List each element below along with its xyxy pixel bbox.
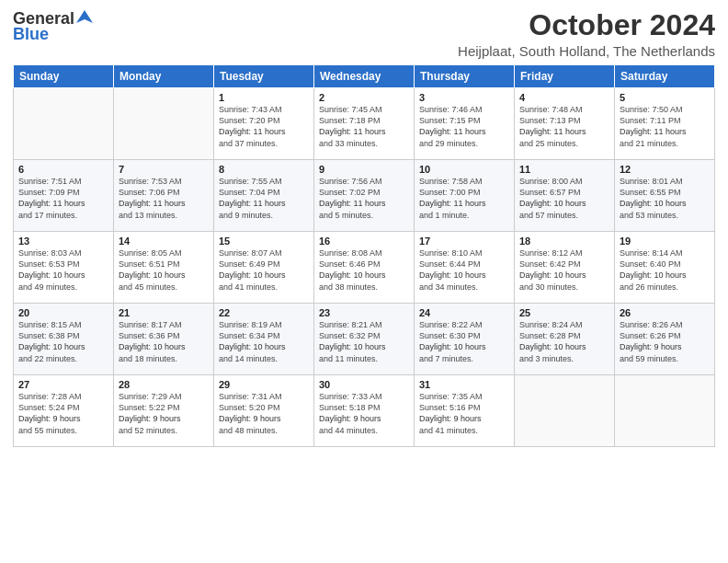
cell-content: Sunrise: 8:10 AMSunset: 6:44 PMDaylight:… (419, 247, 509, 293)
table-row (515, 375, 615, 447)
cell-content: Sunrise: 7:55 AMSunset: 7:04 PMDaylight:… (219, 176, 309, 221)
title-section: October 2024 Heijplaat, South Holland, T… (458, 9, 715, 59)
day-number: 7 (119, 164, 209, 175)
table-row: 7Sunrise: 7:53 AMSunset: 7:06 PMDaylight… (114, 160, 214, 232)
logo: General Blue (13, 9, 93, 44)
cell-content: Sunrise: 7:50 AMSunset: 7:11 PMDaylight:… (620, 104, 710, 149)
table-row: 9Sunrise: 7:56 AMSunset: 7:02 PMDaylight… (314, 160, 415, 232)
table-row: 21Sunrise: 8:17 AMSunset: 6:36 PMDayligh… (114, 304, 214, 375)
cell-content: Sunrise: 8:05 AMSunset: 6:51 PMDaylight:… (119, 247, 209, 293)
cell-content: Sunrise: 8:19 AMSunset: 6:34 PMDaylight:… (219, 319, 309, 364)
cell-content: Sunrise: 8:01 AMSunset: 6:55 PMDaylight:… (620, 176, 710, 221)
day-number: 1 (219, 92, 309, 103)
cell-content: Sunrise: 8:22 AMSunset: 6:30 PMDaylight:… (419, 319, 509, 364)
day-number: 15 (219, 236, 309, 247)
cell-content: Sunrise: 7:28 AMSunset: 5:24 PMDaylight:… (18, 391, 108, 436)
table-row: 8Sunrise: 7:55 AMSunset: 7:04 PMDaylight… (214, 160, 314, 232)
table-row: 14Sunrise: 8:05 AMSunset: 6:51 PMDayligh… (114, 232, 214, 304)
calendar-header-row: Sunday Monday Tuesday Wednesday Thursday… (14, 65, 715, 88)
cell-content: Sunrise: 8:00 AMSunset: 6:57 PMDaylight:… (519, 176, 609, 221)
table-row: 22Sunrise: 8:19 AMSunset: 6:34 PMDayligh… (214, 304, 314, 375)
day-number: 30 (319, 379, 409, 390)
header: General Blue October 2024 Heijplaat, Sou… (13, 9, 715, 59)
day-number: 2 (319, 92, 409, 103)
day-number: 9 (319, 164, 409, 175)
cell-content: Sunrise: 8:03 AMSunset: 6:53 PMDaylight:… (18, 247, 108, 293)
day-number: 29 (219, 379, 309, 390)
table-row: 16Sunrise: 8:08 AMSunset: 6:46 PMDayligh… (314, 232, 415, 304)
cell-content: Sunrise: 7:29 AMSunset: 5:22 PMDaylight:… (119, 391, 209, 436)
cell-content: Sunrise: 7:33 AMSunset: 5:18 PMDaylight:… (319, 391, 409, 436)
table-row (114, 88, 214, 160)
table-row: 11Sunrise: 8:00 AMSunset: 6:57 PMDayligh… (515, 160, 615, 232)
day-number: 18 (519, 236, 609, 247)
cell-content: Sunrise: 7:35 AMSunset: 5:16 PMDaylight:… (419, 391, 509, 436)
day-number: 4 (519, 92, 609, 103)
table-row: 18Sunrise: 8:12 AMSunset: 6:42 PMDayligh… (515, 232, 615, 304)
day-number: 20 (18, 307, 108, 318)
cell-content: Sunrise: 8:26 AMSunset: 6:26 PMDaylight:… (620, 319, 710, 364)
table-row: 4Sunrise: 7:48 AMSunset: 7:13 PMDaylight… (515, 88, 615, 160)
table-row: 30Sunrise: 7:33 AMSunset: 5:18 PMDayligh… (314, 375, 415, 447)
cell-content: Sunrise: 8:14 AMSunset: 6:40 PMDaylight:… (620, 247, 710, 293)
table-row: 17Sunrise: 8:10 AMSunset: 6:44 PMDayligh… (415, 232, 515, 304)
day-number: 21 (119, 307, 209, 318)
table-row: 19Sunrise: 8:14 AMSunset: 6:40 PMDayligh… (615, 232, 715, 304)
table-row (14, 88, 114, 160)
table-row: 15Sunrise: 8:07 AMSunset: 6:49 PMDayligh… (214, 232, 314, 304)
cell-content: Sunrise: 8:07 AMSunset: 6:49 PMDaylight:… (219, 247, 309, 293)
table-row: 12Sunrise: 8:01 AMSunset: 6:55 PMDayligh… (615, 160, 715, 232)
cell-content: Sunrise: 8:08 AMSunset: 6:46 PMDaylight:… (319, 247, 409, 293)
day-number: 24 (419, 307, 509, 318)
table-row: 25Sunrise: 8:24 AMSunset: 6:28 PMDayligh… (515, 304, 615, 375)
calendar-week-row: 20Sunrise: 8:15 AMSunset: 6:38 PMDayligh… (14, 304, 715, 375)
day-number: 3 (419, 92, 509, 103)
table-row: 24Sunrise: 8:22 AMSunset: 6:30 PMDayligh… (415, 304, 515, 375)
logo-bird-icon (76, 10, 93, 29)
calendar-week-row: 13Sunrise: 8:03 AMSunset: 6:53 PMDayligh… (14, 232, 715, 304)
day-number: 22 (219, 307, 309, 318)
day-number: 27 (18, 379, 108, 390)
day-number: 14 (119, 236, 209, 247)
table-row: 20Sunrise: 8:15 AMSunset: 6:38 PMDayligh… (14, 304, 114, 375)
table-row: 28Sunrise: 7:29 AMSunset: 5:22 PMDayligh… (114, 375, 214, 447)
day-number: 17 (419, 236, 509, 247)
cell-content: Sunrise: 8:15 AMSunset: 6:38 PMDaylight:… (18, 319, 108, 364)
day-number: 10 (419, 164, 509, 175)
table-row: 31Sunrise: 7:35 AMSunset: 5:16 PMDayligh… (415, 375, 515, 447)
day-number: 28 (119, 379, 209, 390)
day-number: 19 (620, 236, 710, 247)
table-row: 1Sunrise: 7:43 AMSunset: 7:20 PMDaylight… (214, 88, 314, 160)
header-friday: Friday (515, 65, 615, 88)
header-sunday: Sunday (14, 65, 114, 88)
day-number: 26 (620, 307, 710, 318)
header-tuesday: Tuesday (214, 65, 314, 88)
table-row: 5Sunrise: 7:50 AMSunset: 7:11 PMDaylight… (615, 88, 715, 160)
cell-content: Sunrise: 7:51 AMSunset: 7:09 PMDaylight:… (18, 176, 108, 221)
day-number: 12 (620, 164, 710, 175)
cell-content: Sunrise: 7:31 AMSunset: 5:20 PMDaylight:… (219, 391, 309, 436)
table-row: 6Sunrise: 7:51 AMSunset: 7:09 PMDaylight… (14, 160, 114, 232)
header-saturday: Saturday (615, 65, 715, 88)
table-row: 2Sunrise: 7:45 AMSunset: 7:18 PMDaylight… (314, 88, 415, 160)
cell-content: Sunrise: 7:48 AMSunset: 7:13 PMDaylight:… (519, 104, 609, 149)
calendar-week-row: 27Sunrise: 7:28 AMSunset: 5:24 PMDayligh… (14, 375, 715, 447)
cell-content: Sunrise: 8:17 AMSunset: 6:36 PMDaylight:… (119, 319, 209, 364)
month-title: October 2024 (458, 9, 715, 41)
day-number: 6 (18, 164, 108, 175)
calendar-week-row: 6Sunrise: 7:51 AMSunset: 7:09 PMDaylight… (14, 160, 715, 232)
day-number: 8 (219, 164, 309, 175)
calendar-table: Sunday Monday Tuesday Wednesday Thursday… (13, 64, 715, 447)
cell-content: Sunrise: 7:58 AMSunset: 7:00 PMDaylight:… (419, 176, 509, 221)
calendar-page: General Blue October 2024 Heijplaat, Sou… (0, 0, 728, 563)
table-row: 13Sunrise: 8:03 AMSunset: 6:53 PMDayligh… (14, 232, 114, 304)
day-number: 16 (319, 236, 409, 247)
table-row: 3Sunrise: 7:46 AMSunset: 7:15 PMDaylight… (415, 88, 515, 160)
cell-content: Sunrise: 7:45 AMSunset: 7:18 PMDaylight:… (319, 104, 409, 149)
day-number: 31 (419, 379, 509, 390)
day-number: 25 (519, 307, 609, 318)
header-thursday: Thursday (415, 65, 515, 88)
table-row: 23Sunrise: 8:21 AMSunset: 6:32 PMDayligh… (314, 304, 415, 375)
table-row: 26Sunrise: 8:26 AMSunset: 6:26 PMDayligh… (615, 304, 715, 375)
cell-content: Sunrise: 7:56 AMSunset: 7:02 PMDaylight:… (319, 176, 409, 221)
